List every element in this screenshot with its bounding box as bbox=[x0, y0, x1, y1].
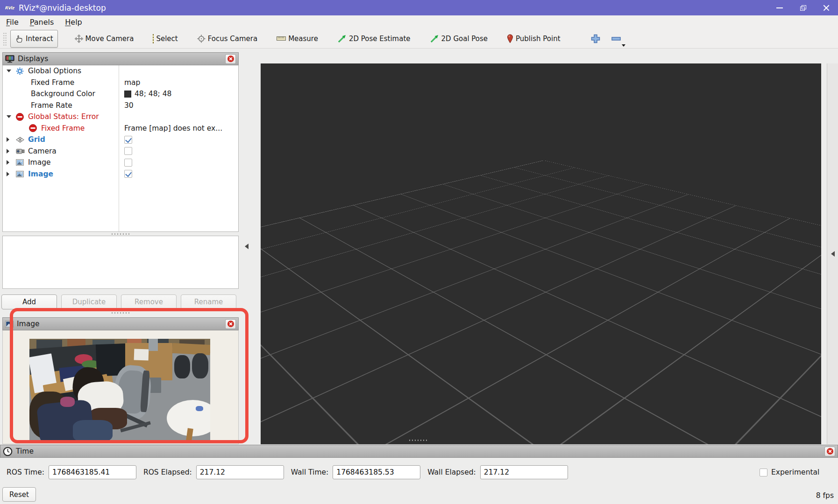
tool-dropdown-caret-icon[interactable] bbox=[622, 44, 625, 49]
enabled-checkbox-unchecked[interactable] bbox=[124, 147, 132, 155]
property-value[interactable]: map bbox=[119, 78, 238, 87]
photo-shape bbox=[60, 397, 75, 407]
expander-right-icon[interactable] bbox=[7, 137, 16, 142]
tool-2d-pose-estimate[interactable]: 2D Pose Estimate bbox=[333, 30, 415, 48]
fps-counter: 8 fps bbox=[816, 491, 834, 500]
tool-focus-camera[interactable]: Focus Camera bbox=[192, 30, 262, 48]
restore-button[interactable] bbox=[791, 0, 815, 15]
close-window-button[interactable] bbox=[815, 0, 838, 15]
property-name: Image bbox=[3, 157, 119, 168]
close-icon bbox=[827, 448, 833, 455]
display-description-box[interactable] bbox=[2, 236, 239, 289]
property-value[interactable]: 48; 48; 48 bbox=[119, 90, 238, 98]
time-field-label: ROS Time: bbox=[7, 468, 44, 476]
experimental-option: Experimental bbox=[760, 468, 819, 476]
title-bar[interactable]: RViz RViz*@nvidia-desktop bbox=[0, 0, 838, 15]
tree-row-image[interactable]: Image bbox=[3, 168, 238, 180]
expander-right-icon[interactable] bbox=[7, 149, 16, 154]
time-field-input-wall-time[interactable] bbox=[333, 465, 420, 479]
3d-viewport[interactable] bbox=[261, 63, 821, 444]
time-panel-title: Time bbox=[16, 447, 34, 455]
tool-label: 2D Goal Pose bbox=[441, 35, 488, 43]
time-field-input-ros-elapsed[interactable] bbox=[196, 465, 284, 479]
experimental-checkbox[interactable] bbox=[760, 469, 767, 476]
menu-item-panels[interactable]: Panels bbox=[30, 18, 54, 27]
property-label: Global Status: Error bbox=[28, 112, 99, 121]
property-name: Grid bbox=[3, 134, 119, 146]
minimize-button[interactable] bbox=[768, 0, 791, 15]
reset-button[interactable]: Reset bbox=[2, 487, 36, 502]
display-buttons-row: AddDuplicateRemoveRename bbox=[1, 294, 239, 309]
tool-publish-point[interactable]: Publish Point bbox=[502, 30, 565, 48]
property-value[interactable] bbox=[119, 159, 238, 167]
tree-row-image[interactable]: Image bbox=[3, 157, 238, 168]
pin-icon bbox=[507, 34, 513, 43]
property-name: Fixed Frame bbox=[3, 123, 119, 134]
close-icon bbox=[823, 4, 830, 12]
tree-row-camera[interactable]: Camera bbox=[3, 146, 238, 157]
tree-row-background-color[interactable]: Background Color48; 48; 48 bbox=[3, 88, 238, 100]
tool-select[interactable]: Select bbox=[148, 30, 182, 48]
splitter-handle[interactable] bbox=[110, 233, 131, 235]
close-icon bbox=[227, 321, 234, 327]
remove-tool-button[interactable] bbox=[606, 31, 626, 47]
tree-row-frame-rate[interactable]: Frame Rate30 bbox=[3, 100, 238, 112]
tool-2d-goal-pose[interactable]: 2D Goal Pose bbox=[425, 30, 493, 48]
time-field-label: Wall Time: bbox=[291, 468, 329, 476]
property-value[interactable] bbox=[119, 147, 238, 155]
splitter-handle[interactable] bbox=[407, 439, 429, 441]
image-panel-header[interactable]: Image bbox=[2, 317, 239, 330]
tree-row-global-status-error[interactable]: Global Status: Error bbox=[3, 111, 238, 123]
move-icon bbox=[75, 35, 83, 43]
right-collapsed-panel[interactable] bbox=[827, 63, 838, 444]
time-field: Wall Elapsed: bbox=[427, 465, 568, 479]
select-icon bbox=[153, 35, 154, 43]
splitter-handle[interactable] bbox=[110, 312, 131, 314]
camera-icon bbox=[16, 147, 25, 154]
time-field-input-wall-elapsed[interactable] bbox=[480, 465, 568, 479]
displays-close-button[interactable] bbox=[225, 54, 236, 64]
property-value[interactable]: Frame [map] does not ex... bbox=[119, 124, 238, 133]
time-field: Wall Time: bbox=[291, 465, 421, 479]
add-display-button[interactable]: Add bbox=[1, 294, 57, 309]
expander-right-icon[interactable] bbox=[7, 172, 16, 176]
tree-row-grid[interactable]: Grid bbox=[3, 134, 238, 146]
tool-measure[interactable]: Measure bbox=[272, 30, 323, 48]
value-text: map bbox=[124, 78, 140, 87]
toolbar-grip[interactable] bbox=[2, 32, 7, 46]
property-value[interactable] bbox=[119, 136, 238, 144]
tool-interact[interactable]: Interact bbox=[10, 30, 58, 48]
grid-icon bbox=[16, 137, 24, 143]
image-close-button[interactable] bbox=[225, 319, 236, 329]
tool-move-camera[interactable]: Move Camera bbox=[70, 30, 139, 48]
property-name: Fixed Frame bbox=[3, 77, 119, 89]
property-label: Image bbox=[28, 158, 51, 167]
enabled-checkbox-unchecked[interactable] bbox=[124, 159, 132, 167]
tree-row-global-options[interactable]: Global Options bbox=[3, 65, 238, 77]
tree-row-fixed-frame[interactable]: Fixed FrameFrame [map] does not ex... bbox=[3, 123, 238, 134]
time-field: ROS Elapsed: bbox=[143, 465, 284, 479]
menu-item-help[interactable]: Help bbox=[65, 18, 82, 27]
expander-down-icon[interactable] bbox=[7, 70, 16, 72]
expander-right-icon[interactable] bbox=[7, 160, 16, 165]
add-tool-button[interactable] bbox=[585, 31, 606, 47]
tool-label: Interact bbox=[26, 35, 53, 43]
focus-icon bbox=[197, 35, 206, 43]
property-value[interactable]: 30 bbox=[119, 101, 238, 110]
goal-arrow-icon bbox=[430, 34, 439, 43]
tree-row-fixed-frame[interactable]: Fixed Framemap bbox=[3, 77, 238, 89]
expander-down-icon[interactable] bbox=[7, 115, 16, 118]
remove-display-button: Remove bbox=[121, 294, 177, 309]
menu-item-file[interactable]: File bbox=[6, 18, 19, 27]
tool-label: 2D Pose Estimate bbox=[349, 35, 411, 43]
panel-collapse-arrow-icon[interactable] bbox=[245, 244, 249, 249]
enabled-checkbox-checked[interactable] bbox=[124, 136, 132, 144]
property-value[interactable] bbox=[119, 170, 238, 178]
time-close-button[interactable] bbox=[824, 447, 835, 456]
enabled-checkbox-checked[interactable] bbox=[124, 170, 132, 178]
time-field-input-ros-time[interactable] bbox=[49, 465, 136, 479]
tool-label: Select bbox=[156, 35, 178, 43]
time-panel-header[interactable]: Time bbox=[0, 445, 838, 458]
hand-icon bbox=[15, 35, 23, 43]
displays-panel-header[interactable]: Displays bbox=[2, 52, 239, 65]
